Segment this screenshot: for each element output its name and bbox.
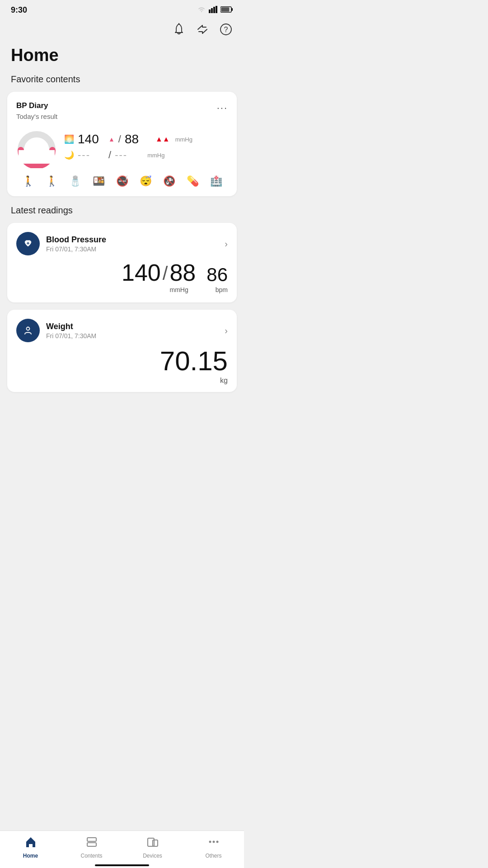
sunrise-icon: 🌅 (64, 134, 74, 144)
latest-readings-title: Latest readings (0, 205, 244, 223)
page-title: Home (0, 42, 244, 74)
bp-diary-card: BP Diary ... Today's result 🌅 (7, 92, 237, 196)
bp-reading-values: 140 / 88 86 (16, 261, 228, 284)
bp-reading-title: Blood Pressure (46, 235, 106, 245)
bp-diary-header: BP Diary ... (16, 101, 228, 111)
no-smoke-icon: 🚭 (116, 175, 128, 187)
medical-icon: 🏥 (210, 175, 222, 187)
weight-reading-title: Weight (46, 322, 96, 331)
sleep-icon: 😴 (140, 175, 152, 187)
weight-unit: kg (16, 377, 228, 385)
morning-diastolic: 88 (125, 132, 152, 146)
blood-pressure-card: Blood Pressure Fri 07/01, 7:30AM › 140 /… (7, 223, 237, 302)
weight-icon-circle (16, 319, 40, 342)
help-button[interactable]: ? (219, 22, 233, 37)
evening-unit: mmHg (147, 152, 164, 159)
bp-icon-circle (16, 232, 40, 255)
svg-rect-3 (216, 6, 217, 13)
bp-mmhg-unit: mmHg (170, 286, 188, 293)
weight-value: 70.15 (16, 348, 228, 375)
svg-rect-1 (211, 8, 213, 13)
evening-diastolic: --- (115, 149, 142, 161)
svg-rect-5 (231, 8, 233, 11)
bp-slash-2: / (108, 149, 111, 161)
bp-reading-date: Fri 07/01, 7:30AM (46, 245, 106, 253)
bp-values: 🌅 140 ▲ / 88 ▲▲ mmHg 🌙 --- / --- mmHg (64, 132, 228, 164)
lifestyle-icons: 🚶 🚶 🧂 🍱 🚭 😴 🚱 💊 🏥 (16, 175, 228, 187)
medicine-icon: 💊 (187, 175, 199, 187)
bp-diary-content: 🌅 140 ▲ / 88 ▲▲ mmHg 🌙 --- / --- mmHg (16, 127, 228, 168)
morning-systolic: 140 (78, 132, 105, 146)
svg-rect-2 (213, 7, 215, 13)
sync-button[interactable] (195, 22, 210, 37)
evening-bp-row: 🌙 --- / --- mmHg (64, 149, 228, 161)
weight-reading-header-left: Weight Fri 07/01, 7:30AM (16, 319, 96, 342)
bp-diary-more-button[interactable]: ... (217, 101, 228, 111)
top-actions: ? (0, 19, 244, 42)
battery-icon (221, 6, 233, 15)
wifi-icon (197, 6, 206, 15)
systolic-arrow: ▲ (108, 136, 115, 143)
status-time: 9:30 (11, 5, 27, 15)
bp-reading-header: Blood Pressure Fri 07/01, 7:30AM › (16, 232, 228, 255)
diastolic-arrow: ▲▲ (155, 135, 170, 143)
bp-bpm-unit: bpm (216, 286, 228, 293)
food-icon: 🍱 (93, 175, 105, 187)
bp-systolic-value: 140 (122, 261, 161, 284)
svg-rect-0 (209, 9, 211, 13)
evening-systolic: --- (78, 149, 105, 161)
signal-icon (209, 6, 218, 15)
bp-diastolic-value: 88 (169, 261, 196, 284)
notification-button[interactable] (172, 22, 186, 37)
weight-reading-date: Fri 07/01, 7:30AM (46, 332, 96, 340)
svg-rect-10 (19, 150, 55, 164)
weight-reading-header: Weight Fri 07/01, 7:30AM › (16, 319, 228, 342)
favorite-contents-title: Favorite contents (0, 74, 244, 92)
bp-reading-slash: / (163, 263, 168, 284)
bp-slash-1: / (118, 133, 121, 145)
status-bar: 9:30 (0, 0, 244, 19)
salt-icon: 🧂 (69, 175, 81, 187)
svg-rect-6 (221, 7, 230, 11)
walking-icon: 🚶 (22, 175, 34, 187)
weight-card: Weight Fri 07/01, 7:30AM › 70.15 kg (7, 310, 237, 392)
bp-reading-info: Blood Pressure Fri 07/01, 7:30AM (46, 235, 106, 253)
weight-reading-info: Weight Fri 07/01, 7:30AM (46, 322, 96, 340)
walking-inactive-icon: 🚶 (46, 175, 58, 187)
bp-gauge (16, 127, 57, 168)
moon-icon: 🌙 (64, 150, 74, 160)
bp-chevron-icon[interactable]: › (225, 239, 228, 249)
bp-diary-title: BP Diary (16, 101, 48, 110)
bp-pulse-value: 86 (206, 265, 228, 284)
weight-chevron-icon[interactable]: › (225, 326, 228, 336)
morning-bp-row: 🌅 140 ▲ / 88 ▲▲ mmHg (64, 132, 228, 146)
bp-reading-header-left: Blood Pressure Fri 07/01, 7:30AM (16, 232, 106, 255)
bp-diary-subtitle: Today's result (16, 113, 228, 120)
morning-unit: mmHg (175, 136, 192, 143)
no-drink-icon: 🚱 (163, 175, 175, 187)
svg-text:?: ? (224, 26, 228, 33)
status-icons (197, 6, 233, 15)
